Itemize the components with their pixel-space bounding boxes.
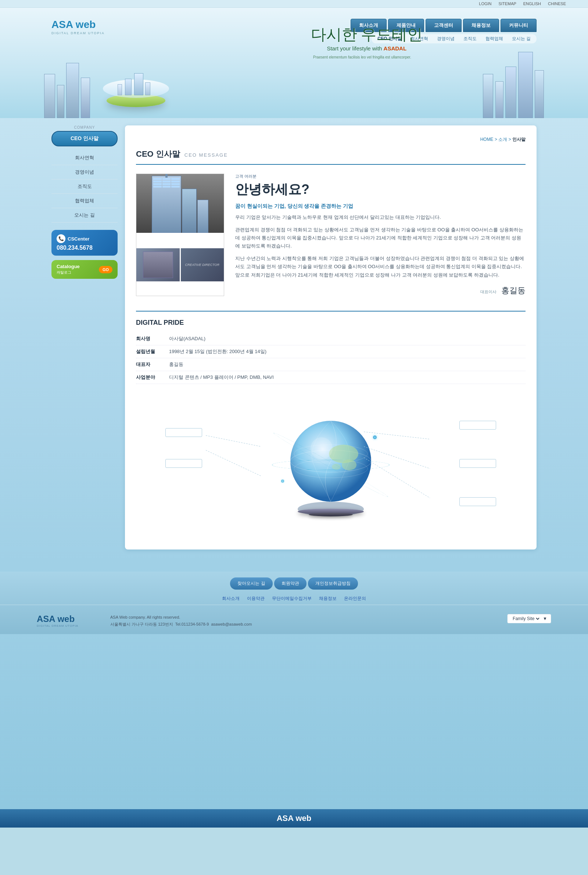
- logo-title: ASA web: [51, 19, 105, 30]
- main-content: COMPANY CEO 인사말 회사연혁 경영이념 조직도 협력업체 오시는 길…: [37, 118, 551, 557]
- ceo-sig-label: 대표이사: [480, 289, 496, 294]
- sidebar-item-partner[interactable]: 협력업체: [51, 194, 118, 208]
- footer-info: ASA Web company. All rights reserved. 서울…: [110, 614, 492, 628]
- footer-nav-bar: 찾아오시는 길 회원약관 개인정보취급방침: [0, 571, 588, 592]
- ceo-greeting: 고객 여러분: [235, 174, 525, 179]
- hero-text-main: 다시한 우드테인: [311, 26, 423, 43]
- ceo-section: CREATIVE DIRECTOR 고객 여러분 안녕하세요? 꿈이 현실이되는…: [136, 174, 525, 296]
- bottom-bar: ASA web: [0, 809, 588, 828]
- content-area: HOME > 소개 > 인사말 CEO 인사말 CEO MESSAGE: [125, 125, 537, 549]
- cs-label: CSCenter: [68, 236, 89, 242]
- ceo-para2: 관련업계의 경쟁이 첨점 더 격화되고 있는 상황에서도 고객님을 먼저 생각하…: [235, 226, 525, 250]
- city-illustration-left: [37, 37, 202, 118]
- dp-label-company: 회사명: [136, 334, 165, 344]
- globe-wrapper: [279, 413, 382, 516]
- globe-label-1: [165, 428, 202, 437]
- catalogue-label: Catalogue: [57, 264, 80, 269]
- breadcrumb-sep1: >: [495, 137, 498, 142]
- dp-row-ceo: 대표자 홍길동: [136, 358, 525, 371]
- nav-item-community[interactable]: 커뮤니티: [501, 19, 537, 32]
- dp-value-ceo: 홍길동: [169, 360, 183, 369]
- sidebar-menu: 회사연혁 경영이념 조직도 협력업체 오시는 길: [51, 151, 118, 223]
- sub-nav-partner[interactable]: 협력업체: [486, 36, 503, 42]
- catalogue-go-btn[interactable]: GO: [99, 266, 112, 273]
- sidebar-item-directions[interactable]: 오시는 길: [51, 208, 118, 223]
- footer-nav-privacy[interactable]: 개인정보취급방침: [308, 577, 358, 589]
- logo[interactable]: ASA web DIGITAL DREAM UTOPIA: [51, 19, 105, 35]
- logo-subtitle: DIGITAL DREAM UTOPIA: [51, 31, 105, 35]
- footer-nav-directions[interactable]: 찾아오시는 길: [230, 577, 272, 589]
- chinese-link[interactable]: CHINESE: [548, 2, 566, 6]
- globe-label-2: [165, 459, 202, 468]
- footer-right: Family Site ▼: [507, 614, 551, 624]
- sub-nav-org[interactable]: 조직도: [464, 36, 477, 42]
- sub-nav-directions[interactable]: 오시는 길: [512, 36, 531, 42]
- dp-label-business: 사업분야: [136, 373, 165, 382]
- ceo-photo-main: [136, 174, 224, 233]
- footer-logo-area: ASA web DIGITAL DREAM UTOPIA: [37, 614, 96, 627]
- digital-pride: DIGITAL PRIDE 회사명 아사달(ASADAL) 설립년월 1998년…: [136, 311, 525, 384]
- breadcrumb: HOME > 소개 > 인사말: [136, 137, 525, 143]
- cs-center-box: 📞 CSCenter 080.234.5678: [51, 230, 118, 256]
- sitemap-link[interactable]: SITEMAP: [499, 2, 516, 6]
- dp-row-company: 회사명 아사달(ASADAL): [136, 332, 525, 345]
- sidebar-item-philosophy[interactable]: 경영이념: [51, 165, 118, 179]
- dp-table: 회사명 아사달(ASADAL) 설립년월 1998년 2월 15일 (법인전환:…: [136, 332, 525, 384]
- footer-link-about[interactable]: 회사소개: [222, 595, 240, 602]
- globe-label-3: [459, 421, 496, 430]
- globe-label-5: [459, 497, 496, 506]
- footer-link-email[interactable]: 무단이메일수집거부: [272, 595, 312, 602]
- catalogue-box: Catalogue 캐탈로그 GO: [51, 260, 118, 279]
- cs-number: 080.234.5678: [57, 245, 112, 251]
- nav-item-customer[interactable]: 고객센터: [426, 19, 462, 32]
- login-link[interactable]: LOGIN: [479, 2, 491, 6]
- english-link[interactable]: ENGLISH: [524, 2, 541, 6]
- footer-copyright: ASA Web company. All rights reserved.: [110, 614, 492, 621]
- page-title-area: CEO 인사말 CEO MESSAGE: [136, 149, 525, 165]
- nav-item-recruit[interactable]: 채용정보: [463, 19, 499, 32]
- footer-link-inquiry[interactable]: 온라인문의: [344, 595, 366, 602]
- footer-address: 서울특별시 가나구 다라동 123번지 Tel.011234-5678-9 as…: [110, 621, 492, 628]
- footer-logo-text: ASA web: [37, 614, 96, 624]
- ceo-sig-name: 홍길동: [501, 286, 525, 295]
- ceo-signature-area: 대표이사 홍길동: [235, 285, 525, 296]
- ceo-photo-sub2: CREATIVE DIRECTOR: [181, 248, 224, 281]
- page-title-en: CEO MESSAGE: [184, 152, 228, 158]
- footer-link-terms[interactable]: 이용약관: [247, 595, 265, 602]
- sidebar-item-history[interactable]: 회사연혁: [51, 151, 118, 165]
- page-title-kr: CEO 인사말: [136, 149, 180, 159]
- ceo-para1: 우리 기업은 앞서가는 기술력과 노하우로 현재 업계의 선단에서 달리고있는 …: [235, 213, 525, 221]
- dp-label-founded: 설립년월: [136, 347, 165, 356]
- breadcrumb-current: 인사말: [512, 137, 525, 142]
- globe-labels-left: [165, 428, 202, 468]
- footer-nav-terms[interactable]: 회원약관: [274, 577, 306, 589]
- ceo-hello: 안녕하세요?: [235, 180, 525, 198]
- sidebar-title-btn[interactable]: CEO 인사말: [51, 131, 118, 146]
- footer: 찾아오시는 길 회원약관 개인정보취급방침 회사소개 이용약관 무단이메일수집거…: [0, 571, 588, 634]
- dp-value-founded: 1998년 2월 15일 (법인전환: 2000년 4월 14일): [169, 347, 266, 356]
- bottom-bar-logo: ASA web: [277, 813, 312, 823]
- dp-label-ceo: 대표자: [136, 360, 165, 369]
- dp-title: DIGITAL PRIDE: [136, 319, 525, 326]
- header: ASA web DIGITAL DREAM UTOPIA 회사소개 제품안내 고…: [0, 8, 588, 118]
- photo-overlay-label: CREATIVE DIRECTOR: [185, 263, 219, 268]
- footer-bottom: ASA web DIGITAL DREAM UTOPIA ASA Web com…: [0, 608, 588, 634]
- footer-logo-sub: DIGITAL DREAM UTOPIA: [37, 624, 96, 627]
- globe-labels-right: [459, 421, 496, 506]
- sidebar: COMPANY CEO 인사말 회사연혁 경영이념 조직도 협력업체 오시는 길…: [51, 125, 118, 549]
- globe-base: [309, 513, 353, 516]
- dp-value-business: 디지털 콘텐츠 / MP3 플레이어 / PMP, DMB, NAVI: [169, 373, 274, 382]
- family-site-select[interactable]: Family Site: [511, 616, 541, 622]
- ceo-photo-grid: CREATIVE DIRECTOR: [136, 174, 224, 296]
- dp-row-business: 사업분야 디지털 콘텐츠 / MP3 플레이어 / PMP, DMB, NAVI: [136, 371, 525, 384]
- hero-text: 다시한 우드테인 Start your lifestyle with ASADA…: [311, 26, 423, 60]
- svg-line-10: [206, 436, 261, 447]
- svg-line-11: [206, 450, 261, 476]
- footer-family-site: Family Site ▼: [507, 614, 551, 624]
- footer-links: 회사소개 이용약관 무단이메일수집거부 채용정보 온라인문의: [0, 592, 588, 605]
- ceo-photo-sub1: [136, 248, 180, 281]
- footer-link-recruit[interactable]: 채용정보: [319, 595, 337, 602]
- sidebar-item-org[interactable]: 조직도: [51, 179, 118, 194]
- orbit-dot-1: [373, 436, 376, 439]
- sub-nav-philosophy[interactable]: 경영이념: [437, 36, 454, 42]
